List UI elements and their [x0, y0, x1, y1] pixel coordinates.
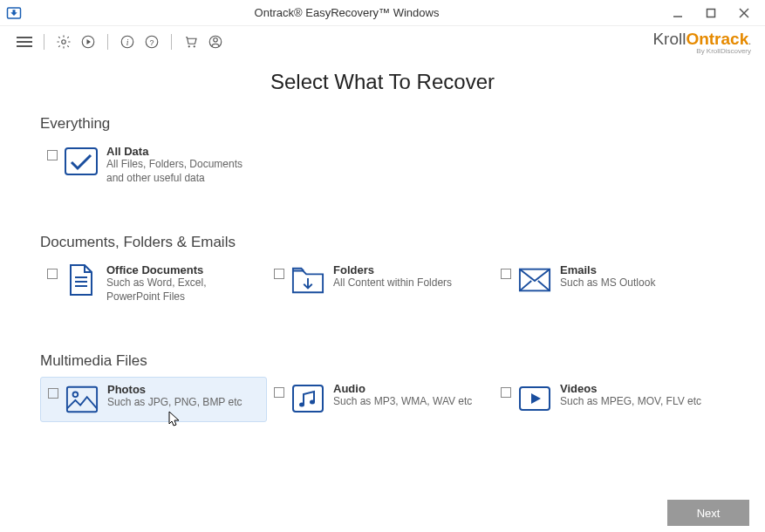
svg-point-29	[310, 400, 315, 405]
card-desc: Such as MS Outlook	[560, 276, 655, 290]
section-media-label: Multimedia Files	[40, 352, 725, 370]
folder-icon	[291, 263, 324, 297]
info-icon[interactable]: i	[117, 31, 138, 52]
svg-marker-31	[531, 393, 541, 404]
svg-point-8	[62, 40, 66, 44]
menu-icon[interactable]	[14, 31, 35, 52]
checkbox-all-data[interactable]	[47, 150, 58, 160]
card-desc: Such as MP3, WMA, WAV etc	[333, 395, 472, 409]
card-videos[interactable]: Videos Such as MPEG, MOV, FLV etc	[494, 377, 721, 422]
card-photos[interactable]: Photos Such as JPG, PNG, BMP etc	[40, 377, 267, 422]
video-icon	[518, 382, 551, 415]
svg-rect-27	[293, 385, 323, 412]
svg-point-18	[214, 38, 218, 43]
svg-rect-2	[707, 9, 715, 17]
card-title: Emails	[560, 263, 655, 276]
audio-icon	[291, 382, 324, 415]
card-all-data[interactable]: All Data All Files, Folders, Documents a…	[40, 140, 267, 190]
card-audio[interactable]: Audio Such as MP3, WMA, WAV etc	[267, 377, 494, 422]
card-emails[interactable]: Emails Such as MS Outlook	[494, 258, 721, 309]
email-icon	[518, 263, 551, 297]
page-title: Select What To Recover	[0, 70, 765, 94]
svg-point-26	[73, 392, 79, 398]
gear-icon[interactable]	[53, 31, 74, 52]
minimize-button[interactable]	[669, 4, 686, 22]
card-title: Office Documents	[106, 263, 260, 276]
card-title: Audio	[333, 382, 472, 395]
window-title: Ontrack® EasyRecovery™ Windows	[24, 6, 669, 19]
checkbox-audio[interactable]	[274, 387, 284, 398]
maximize-button[interactable]	[702, 4, 720, 22]
close-button[interactable]	[735, 4, 753, 22]
section-everything-label: Everything	[40, 115, 725, 133]
svg-point-16	[194, 45, 195, 47]
card-title: Videos	[560, 382, 701, 395]
svg-text:?: ?	[149, 38, 154, 47]
svg-rect-25	[67, 387, 97, 413]
document-icon	[65, 263, 98, 297]
user-icon[interactable]	[205, 31, 226, 52]
card-title: All Data	[106, 145, 260, 158]
footer: Next	[0, 494, 765, 532]
card-title: Folders	[333, 263, 452, 276]
resume-icon[interactable]	[78, 31, 99, 52]
card-desc: Such as Word, Excel, PowerPoint Files	[106, 276, 260, 304]
help-icon[interactable]: ?	[141, 31, 162, 52]
checkbox-office[interactable]	[47, 269, 58, 279]
cart-icon[interactable]	[181, 31, 201, 52]
checkbox-videos[interactable]	[501, 387, 511, 398]
card-desc: All Content within Folders	[333, 276, 452, 290]
next-button[interactable]: Next	[667, 500, 749, 526]
photo-icon	[65, 383, 99, 416]
checkbox-photos[interactable]	[48, 388, 58, 399]
checkbox-folders[interactable]	[274, 269, 284, 279]
card-title: Photos	[107, 383, 242, 396]
app-icon	[3, 3, 24, 24]
checkbox-emails[interactable]	[501, 269, 511, 279]
svg-marker-10	[87, 39, 92, 44]
card-folders[interactable]: Folders All Content within Folders	[267, 258, 494, 309]
section-docs-label: Documents, Folders & Emails	[40, 234, 725, 251]
svg-rect-19	[65, 148, 97, 174]
svg-point-28	[299, 403, 304, 407]
svg-point-15	[188, 45, 190, 47]
brand-logo: KrollOntrack. By KrollDiscovery	[652, 30, 751, 55]
card-desc: Such as JPG, PNG, BMP etc	[107, 396, 242, 410]
titlebar: Ontrack® EasyRecovery™ Windows	[0, 0, 765, 26]
toolbar: i ? KrollOntrack. By KrollDiscovery	[0, 26, 765, 58]
card-office-documents[interactable]: Office Documents Such as Word, Excel, Po…	[40, 258, 267, 309]
svg-text:i: i	[126, 38, 129, 47]
card-desc: Such as MPEG, MOV, FLV etc	[560, 395, 701, 409]
all-data-icon	[65, 145, 98, 178]
card-desc: All Files, Folders, Documents and other …	[106, 158, 260, 185]
